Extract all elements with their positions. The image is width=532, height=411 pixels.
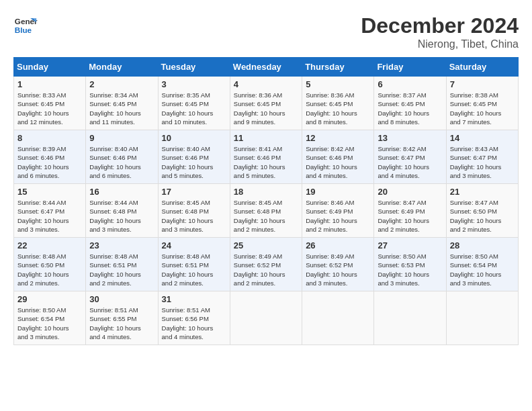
day-info: Sunrise: 8:47 AM Sunset: 6:50 PM Dayligh… xyxy=(450,198,515,234)
calendar-cell: 12Sunrise: 8:42 AM Sunset: 6:46 PM Dayli… xyxy=(302,130,374,184)
logo: General Blue xyxy=(13,13,38,38)
calendar-cell xyxy=(446,291,518,345)
calendar-cell: 18Sunrise: 8:45 AM Sunset: 6:48 PM Dayli… xyxy=(230,184,302,238)
day-info: Sunrise: 8:50 AM Sunset: 6:53 PM Dayligh… xyxy=(378,252,442,287)
calendar-cell: 24Sunrise: 8:48 AM Sunset: 6:51 PM Dayli… xyxy=(158,238,230,291)
calendar-week-3: 22Sunrise: 8:48 AM Sunset: 6:50 PM Dayli… xyxy=(14,238,519,291)
day-number: 8 xyxy=(17,133,82,143)
day-number: 9 xyxy=(89,133,154,143)
day-number: 23 xyxy=(89,240,154,250)
day-number: 29 xyxy=(17,294,82,304)
day-info: Sunrise: 8:49 AM Sunset: 6:52 PM Dayligh… xyxy=(234,252,298,287)
day-info: Sunrise: 8:36 AM Sunset: 6:45 PM Dayligh… xyxy=(234,91,298,126)
col-thursday: Thursday xyxy=(302,58,374,77)
calendar-cell: 5Sunrise: 8:36 AM Sunset: 6:45 PM Daylig… xyxy=(302,77,374,130)
svg-text:General: General xyxy=(15,17,38,26)
day-info: Sunrise: 8:48 AM Sunset: 6:50 PM Dayligh… xyxy=(17,252,82,287)
day-number: 16 xyxy=(89,187,154,197)
day-number: 21 xyxy=(450,187,515,197)
day-info: Sunrise: 8:46 AM Sunset: 6:49 PM Dayligh… xyxy=(306,198,370,234)
day-info: Sunrise: 8:47 AM Sunset: 6:49 PM Dayligh… xyxy=(378,198,442,234)
calendar-table: Sunday Monday Tuesday Wednesday Thursday… xyxy=(13,57,519,345)
calendar-cell: 14Sunrise: 8:43 AM Sunset: 6:47 PM Dayli… xyxy=(446,130,518,184)
col-monday: Monday xyxy=(86,58,158,77)
calendar-cell: 17Sunrise: 8:45 AM Sunset: 6:48 PM Dayli… xyxy=(158,184,230,238)
calendar-cell: 8Sunrise: 8:39 AM Sunset: 6:46 PM Daylig… xyxy=(14,130,86,184)
day-info: Sunrise: 8:49 AM Sunset: 6:52 PM Dayligh… xyxy=(306,252,370,287)
day-info: Sunrise: 8:44 AM Sunset: 6:47 PM Dayligh… xyxy=(17,198,82,234)
day-info: Sunrise: 8:39 AM Sunset: 6:46 PM Dayligh… xyxy=(17,144,82,180)
day-number: 20 xyxy=(378,187,442,197)
day-number: 31 xyxy=(162,294,226,304)
calendar-cell: 2Sunrise: 8:34 AM Sunset: 6:45 PM Daylig… xyxy=(86,77,158,130)
day-number: 13 xyxy=(378,133,442,143)
day-info: Sunrise: 8:38 AM Sunset: 6:45 PM Dayligh… xyxy=(450,91,515,126)
day-number: 15 xyxy=(17,187,82,197)
calendar-cell xyxy=(230,291,302,345)
logo-icon: General Blue xyxy=(13,13,38,38)
day-number: 22 xyxy=(17,240,82,250)
day-info: Sunrise: 8:45 AM Sunset: 6:48 PM Dayligh… xyxy=(234,198,298,234)
day-info: Sunrise: 8:48 AM Sunset: 6:51 PM Dayligh… xyxy=(89,252,154,287)
calendar-cell: 29Sunrise: 8:50 AM Sunset: 6:54 PM Dayli… xyxy=(14,291,86,345)
calendar-cell: 15Sunrise: 8:44 AM Sunset: 6:47 PM Dayli… xyxy=(14,184,86,238)
day-number: 4 xyxy=(234,79,298,89)
day-number: 12 xyxy=(306,133,370,143)
calendar-week-1: 8Sunrise: 8:39 AM Sunset: 6:46 PM Daylig… xyxy=(14,130,519,184)
calendar-cell: 25Sunrise: 8:49 AM Sunset: 6:52 PM Dayli… xyxy=(230,238,302,291)
calendar-week-4: 29Sunrise: 8:50 AM Sunset: 6:54 PM Dayli… xyxy=(14,291,519,345)
day-number: 27 xyxy=(378,240,442,250)
day-number: 1 xyxy=(17,79,82,89)
page-header: General Blue December 2024 Nierong, Tibe… xyxy=(13,13,519,50)
day-number: 18 xyxy=(234,187,298,197)
day-number: 5 xyxy=(306,79,370,89)
day-number: 25 xyxy=(234,240,298,250)
header-row: Sunday Monday Tuesday Wednesday Thursday… xyxy=(14,58,519,77)
day-number: 10 xyxy=(162,133,226,143)
day-number: 2 xyxy=(89,79,154,89)
calendar-cell: 9Sunrise: 8:40 AM Sunset: 6:46 PM Daylig… xyxy=(86,130,158,184)
calendar-cell: 26Sunrise: 8:49 AM Sunset: 6:52 PM Dayli… xyxy=(302,238,374,291)
calendar-cell: 21Sunrise: 8:47 AM Sunset: 6:50 PM Dayli… xyxy=(446,184,518,238)
day-info: Sunrise: 8:48 AM Sunset: 6:51 PM Dayligh… xyxy=(162,252,226,287)
day-number: 14 xyxy=(450,133,515,143)
calendar-cell: 7Sunrise: 8:38 AM Sunset: 6:45 PM Daylig… xyxy=(446,77,518,130)
day-info: Sunrise: 8:42 AM Sunset: 6:47 PM Dayligh… xyxy=(378,144,442,180)
calendar-cell: 23Sunrise: 8:48 AM Sunset: 6:51 PM Dayli… xyxy=(86,238,158,291)
calendar-cell: 27Sunrise: 8:50 AM Sunset: 6:53 PM Dayli… xyxy=(374,238,446,291)
col-wednesday: Wednesday xyxy=(230,58,302,77)
month-title: December 2024 xyxy=(361,13,519,38)
calendar-cell: 20Sunrise: 8:47 AM Sunset: 6:49 PM Dayli… xyxy=(374,184,446,238)
day-number: 26 xyxy=(306,240,370,250)
day-number: 19 xyxy=(306,187,370,197)
day-number: 28 xyxy=(450,240,515,250)
day-info: Sunrise: 8:45 AM Sunset: 6:48 PM Dayligh… xyxy=(162,198,226,234)
col-sunday: Sunday xyxy=(14,58,86,77)
day-info: Sunrise: 8:41 AM Sunset: 6:46 PM Dayligh… xyxy=(234,144,298,180)
day-info: Sunrise: 8:33 AM Sunset: 6:45 PM Dayligh… xyxy=(17,91,82,126)
day-info: Sunrise: 8:42 AM Sunset: 6:46 PM Dayligh… xyxy=(306,144,370,180)
calendar-cell: 10Sunrise: 8:40 AM Sunset: 6:46 PM Dayli… xyxy=(158,130,230,184)
calendar-cell: 4Sunrise: 8:36 AM Sunset: 6:45 PM Daylig… xyxy=(230,77,302,130)
day-number: 3 xyxy=(162,79,226,89)
calendar-cell: 16Sunrise: 8:44 AM Sunset: 6:48 PM Dayli… xyxy=(86,184,158,238)
calendar-cell: 11Sunrise: 8:41 AM Sunset: 6:46 PM Dayli… xyxy=(230,130,302,184)
calendar-cell: 31Sunrise: 8:51 AM Sunset: 6:56 PM Dayli… xyxy=(158,291,230,345)
location: Nierong, Tibet, China xyxy=(361,38,519,50)
calendar-week-0: 1Sunrise: 8:33 AM Sunset: 6:45 PM Daylig… xyxy=(14,77,519,130)
day-number: 17 xyxy=(162,187,226,197)
col-tuesday: Tuesday xyxy=(158,58,230,77)
day-info: Sunrise: 8:50 AM Sunset: 6:54 PM Dayligh… xyxy=(17,306,82,341)
calendar-cell xyxy=(302,291,374,345)
day-info: Sunrise: 8:36 AM Sunset: 6:45 PM Dayligh… xyxy=(306,91,370,126)
calendar-cell: 30Sunrise: 8:51 AM Sunset: 6:55 PM Dayli… xyxy=(86,291,158,345)
day-info: Sunrise: 8:51 AM Sunset: 6:56 PM Dayligh… xyxy=(162,306,226,341)
day-number: 6 xyxy=(378,79,442,89)
svg-text:Blue: Blue xyxy=(15,26,32,34)
day-number: 24 xyxy=(162,240,226,250)
calendar-cell: 13Sunrise: 8:42 AM Sunset: 6:47 PM Dayli… xyxy=(374,130,446,184)
day-info: Sunrise: 8:40 AM Sunset: 6:46 PM Dayligh… xyxy=(89,144,154,180)
day-number: 11 xyxy=(234,133,298,143)
col-friday: Friday xyxy=(374,58,446,77)
calendar-cell: 3Sunrise: 8:35 AM Sunset: 6:45 PM Daylig… xyxy=(158,77,230,130)
